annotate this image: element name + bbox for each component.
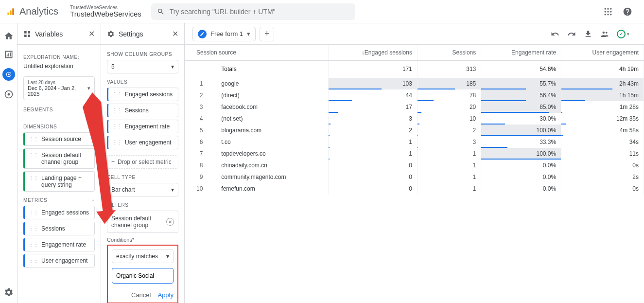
dimension-chip[interactable]: ⋮⋮Session source	[23, 132, 95, 146]
apply-button[interactable]: Apply	[157, 291, 174, 299]
totals-value: 4h 19m	[561, 60, 644, 78]
help-icon[interactable]	[623, 7, 632, 17]
chip-label: Session default channel group	[41, 152, 90, 165]
property-name: TrustedWebeServices	[70, 10, 141, 18]
metric-value: 0s	[561, 160, 644, 171]
svg-point-24	[606, 32, 608, 34]
dimension-value[interactable]: (direct)	[209, 89, 329, 101]
table-row: 3facebook.com172085.0%1m 28s	[185, 101, 644, 113]
cell-type-value: Bar chart	[111, 186, 135, 193]
metric-chip[interactable]: ⋮⋮Engagement rate	[23, 238, 95, 251]
remove-filter-icon[interactable]: ✕	[166, 218, 174, 226]
explore-icon[interactable]	[2, 68, 15, 81]
chip-label: Session source	[41, 136, 81, 143]
home-icon[interactable]	[4, 31, 14, 41]
date-range: Dec 6, 2024 - Jan 2, 2025	[28, 85, 87, 97]
table-row: 8chinadaily.com.cn010.0%0s	[185, 160, 644, 171]
cell-type-select[interactable]: Bar chart▾	[107, 183, 178, 196]
close-icon[interactable]: ✕	[172, 29, 178, 38]
reports-icon[interactable]	[4, 50, 14, 59]
add-segment-icon[interactable]: +	[92, 107, 95, 112]
metric-value: 1	[417, 183, 481, 195]
status-indicator[interactable]: ✓	[617, 30, 626, 38]
metric-chip[interactable]: ⋮⋮User engagement	[23, 254, 95, 267]
cancel-button[interactable]: Cancel	[131, 291, 151, 299]
add-metric-icon[interactable]: +	[92, 197, 95, 203]
chevron-down-icon: ▾	[247, 30, 250, 37]
column-header[interactable]: Session source	[185, 45, 329, 60]
share-icon[interactable]	[600, 30, 609, 38]
drag-handle-icon: ⋮⋮	[29, 258, 38, 263]
table-row: 6t.co1333.3%34s	[185, 136, 644, 148]
dimension-chip[interactable]: ⋮⋮Session default channel group	[23, 148, 95, 169]
value-chip[interactable]: ⋮⋮User engagement	[107, 136, 178, 149]
dimension-value[interactable]: femefun.com	[209, 183, 329, 195]
column-header[interactable]: ↓Engaged sessions	[329, 45, 417, 60]
value-chip[interactable]: ⋮⋮Engagement rate	[107, 120, 178, 133]
value-chip[interactable]: ⋮⋮Engaged sessions	[107, 88, 178, 101]
chip-label: Engagement rate	[125, 123, 170, 130]
row-index: 9	[185, 171, 209, 183]
show-columns-value: 5	[111, 63, 115, 70]
column-header[interactable]: Sessions	[417, 45, 481, 60]
metric-value: 12m 35s	[561, 113, 644, 125]
settings-gear-icon[interactable]	[4, 287, 14, 297]
metric-chip[interactable]: ⋮⋮Sessions	[23, 222, 95, 235]
undo-icon[interactable]	[551, 30, 559, 38]
dimension-value[interactable]: google	[209, 78, 329, 89]
metrics-label: METRICS	[23, 197, 47, 203]
add-dimension-icon[interactable]: +	[92, 124, 95, 129]
tab-name: Free form 1	[210, 30, 243, 37]
show-columns-label: SHOW COLUMN GROUPS	[107, 52, 178, 57]
dimension-value[interactable]: topdevelopers.co	[209, 148, 329, 160]
download-icon[interactable]	[584, 30, 592, 38]
product-name: Analytics	[19, 6, 58, 17]
table-row: 2(direct)447856.4%1h 15m	[185, 89, 644, 101]
filter-chip[interactable]: Session default channel group ✕	[107, 211, 178, 233]
dimension-value[interactable]: community.magento.com	[209, 171, 329, 183]
add-tab-button[interactable]: +	[260, 27, 274, 41]
drag-handle-icon: ⋮⋮	[29, 242, 38, 247]
filter-value-input[interactable]	[112, 268, 174, 284]
dimension-value[interactable]: facebook.com	[209, 101, 329, 113]
search-box[interactable]	[151, 3, 355, 20]
dimension-value[interactable]: (not set)	[209, 113, 329, 125]
close-icon[interactable]: ✕	[88, 29, 95, 38]
show-columns-select[interactable]: 5▾	[107, 60, 178, 73]
chip-label: User engagement	[41, 257, 87, 264]
metric-value: 0	[329, 171, 417, 183]
match-type-select[interactable]: exactly matches▾	[112, 250, 174, 263]
metric-value: 17	[329, 101, 417, 113]
settings-header: Settings ✕	[101, 23, 184, 45]
column-header[interactable]: User engagement	[561, 45, 644, 60]
metric-value: 1	[417, 160, 481, 171]
dimension-value[interactable]: blogarama.com	[209, 125, 329, 136]
dimension-chip[interactable]: ⋮⋮Landing page + query string	[23, 171, 95, 192]
advertising-icon[interactable]	[4, 89, 14, 99]
dimension-value[interactable]: chinadaily.com.cn	[209, 160, 329, 171]
dimension-value[interactable]: t.co	[209, 136, 329, 148]
dimensions-label: DIMENSIONS	[23, 124, 57, 129]
value-chip[interactable]: ⋮⋮Sessions	[107, 104, 178, 117]
metric-value: 0.0%	[481, 183, 561, 195]
svg-rect-2	[12, 8, 14, 15]
metric-value: 0	[329, 160, 417, 171]
totals-value: 171	[329, 60, 417, 78]
drag-handle-icon: ⋮⋮	[29, 176, 38, 180]
exploration-name[interactable]: Untitled exploration	[23, 63, 95, 70]
property-selector[interactable]: TrustedWebeServices TrustedWebeServices	[70, 5, 141, 18]
exploration-tab[interactable]: Free form 1 ▾	[192, 27, 256, 41]
column-header[interactable]: Engagement rate	[481, 45, 561, 60]
date-range-picker[interactable]: Last 28 days Dec 6, 2024 - Jan 2, 2025 ▾	[23, 76, 95, 100]
metric-value: 100.0%	[481, 125, 561, 136]
search-input[interactable]	[170, 8, 349, 16]
filter-condition-editor: exactly matches▾ Cancel Apply	[107, 245, 178, 303]
drop-metric-zone[interactable]: +Drop or select metric	[107, 155, 178, 169]
redo-icon[interactable]	[567, 30, 576, 38]
cell-type-label: CELL TYPE	[107, 175, 178, 180]
drag-handle-icon: ⋮⋮	[29, 137, 38, 142]
metric-value: 56.4%	[481, 89, 561, 101]
metric-value: 0	[329, 183, 417, 195]
apps-icon[interactable]	[603, 7, 613, 17]
metric-chip[interactable]: ⋮⋮Engaged sessions	[23, 206, 95, 219]
